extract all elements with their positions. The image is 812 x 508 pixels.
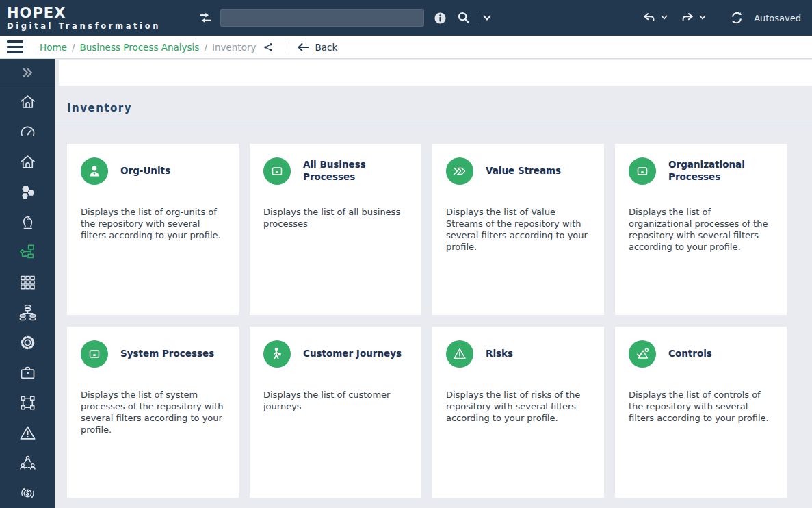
card-org-units[interactable]: Org-Units Displays the list of org-units… bbox=[67, 144, 239, 315]
hexagons-icon bbox=[18, 183, 37, 201]
sidebar-item-currency-sync[interactable] bbox=[0, 478, 55, 508]
breadcrumb-home-link[interactable]: Home bbox=[40, 42, 67, 53]
transfer-icon[interactable] bbox=[197, 10, 213, 26]
header-divider bbox=[477, 12, 477, 24]
people-network-icon bbox=[18, 454, 37, 472]
content-toolbar-band bbox=[59, 60, 812, 86]
customer-journey-person-icon bbox=[263, 340, 291, 368]
card-header: System Processes bbox=[81, 340, 225, 368]
back-button-label: Back bbox=[315, 42, 337, 53]
card-customer-journeys[interactable]: Customer Journeys Displays the list of c… bbox=[250, 327, 421, 498]
breadcrumb-current: Inventory bbox=[212, 42, 256, 53]
process-flowchart-icon bbox=[18, 243, 37, 262]
sidebar-expand-chevrons-icon[interactable] bbox=[0, 59, 55, 86]
main-content: Inventory Org-Units Displays the list of… bbox=[55, 59, 812, 508]
card-description: Displays the list of controls of the rep… bbox=[629, 390, 773, 424]
card-organizational-processes[interactable]: Organizational Processes Displays the li… bbox=[615, 144, 787, 315]
card-title: Risks bbox=[486, 348, 513, 360]
info-icon[interactable] bbox=[434, 12, 447, 25]
card-title: Customer Journeys bbox=[303, 348, 402, 360]
risk-triangle-icon bbox=[446, 340, 473, 368]
currency-sync-icon bbox=[18, 484, 37, 503]
redo-icon[interactable] bbox=[680, 11, 695, 25]
card-description: Displays the list of system processes of… bbox=[81, 390, 225, 436]
card-header: Risks bbox=[446, 340, 590, 368]
card-all-business-processes[interactable]: All Business Processes Displays the list… bbox=[250, 144, 421, 315]
home-icon bbox=[18, 153, 37, 171]
hopex-logo: HOPEX Digital Transformation bbox=[7, 5, 197, 30]
sidebar-item-settings[interactable] bbox=[0, 327, 55, 357]
process-screen-icon bbox=[263, 157, 291, 185]
undo-icon[interactable] bbox=[642, 11, 657, 25]
apps-grid-icon bbox=[18, 273, 37, 292]
sidebar-item-hexagons[interactable] bbox=[0, 177, 55, 207]
sidebar-item-home-alt[interactable] bbox=[0, 147, 55, 177]
sidebar-item-portfolio[interactable] bbox=[0, 357, 55, 388]
card-system-processes[interactable]: System Processes Displays the list of sy… bbox=[67, 327, 239, 498]
sync-icon[interactable] bbox=[729, 10, 744, 25]
dashboard-gauge-icon bbox=[18, 123, 37, 141]
search-input[interactable] bbox=[220, 9, 424, 27]
sidebar-item-apps[interactable] bbox=[0, 267, 55, 297]
card-header: Org-Units bbox=[81, 157, 225, 185]
sidebar-item-dashboard[interactable] bbox=[0, 116, 55, 147]
data-hierarchy-icon bbox=[18, 303, 37, 322]
process-screen-icon bbox=[629, 157, 656, 185]
breadcrumb-divider bbox=[285, 41, 285, 53]
value-stream-arrow-icon bbox=[446, 157, 473, 185]
breadcrumb-bar: Home / Business Process Analysis / Inven… bbox=[0, 36, 812, 59]
undo-options-chevron-icon[interactable] bbox=[661, 15, 668, 21]
sidebar bbox=[0, 59, 55, 508]
card-header: Value Streams bbox=[446, 157, 590, 185]
home-icon bbox=[18, 92, 37, 111]
app-header: HOPEX Digital Transformation bbox=[0, 0, 812, 36]
briefcase-icon bbox=[18, 364, 37, 382]
card-description: Displays the list of Value Streams of th… bbox=[446, 207, 590, 253]
sidebar-item-risks[interactable] bbox=[0, 418, 55, 448]
card-title: All Business Processes bbox=[303, 159, 408, 183]
card-description: Displays the list of organizational proc… bbox=[629, 207, 773, 253]
diagram-selection-icon bbox=[18, 394, 37, 412]
card-header: Customer Journeys bbox=[263, 340, 408, 368]
card-description: Displays the list of customer journeys bbox=[263, 390, 408, 413]
card-header: Controls bbox=[629, 340, 773, 368]
breadcrumb: Home / Business Process Analysis / Inven… bbox=[40, 41, 337, 53]
card-title: Organizational Processes bbox=[668, 159, 773, 183]
sidebar-item-home[interactable] bbox=[0, 86, 55, 116]
search-icon[interactable] bbox=[456, 10, 471, 25]
redo-options-chevron-icon[interactable] bbox=[699, 15, 706, 21]
hopex-screen: HOPEX Digital Transformation bbox=[0, 0, 812, 508]
back-arrow-icon bbox=[297, 42, 309, 52]
controls-check-triangle-icon bbox=[629, 340, 656, 368]
inventory-card-grid: Org-Units Displays the list of org-units… bbox=[67, 144, 800, 498]
sidebar-item-process-flowchart[interactable] bbox=[0, 237, 55, 267]
card-value-streams[interactable]: Value Streams Displays the list of Value… bbox=[432, 144, 604, 315]
sidebar-item-strategy[interactable] bbox=[0, 207, 55, 237]
header-right-group: Autosaved bbox=[642, 10, 801, 25]
title-divider bbox=[55, 123, 812, 123]
autosaved-status: Autosaved bbox=[754, 13, 801, 23]
share-icon[interactable] bbox=[263, 42, 273, 52]
sidebar-item-data-architecture[interactable] bbox=[0, 297, 55, 327]
card-header: Organizational Processes bbox=[629, 157, 773, 185]
sidebar-item-org-collaboration[interactable] bbox=[0, 448, 55, 478]
card-title: System Processes bbox=[120, 348, 214, 360]
warning-triangle-icon bbox=[18, 424, 37, 442]
card-title: Value Streams bbox=[486, 165, 561, 177]
breadcrumb-separator: / bbox=[72, 42, 75, 53]
card-risks[interactable]: Risks Displays the list of risks of the … bbox=[432, 327, 604, 498]
card-title: Org-Units bbox=[120, 165, 170, 177]
card-title: Controls bbox=[668, 348, 712, 360]
back-button[interactable]: Back bbox=[297, 42, 337, 53]
chevron-down-icon[interactable] bbox=[483, 15, 491, 21]
breadcrumb-section-link[interactable]: Business Process Analysis bbox=[79, 42, 199, 53]
gear-icon bbox=[18, 333, 37, 352]
org-unit-person-icon bbox=[81, 157, 108, 185]
menu-hamburger-icon[interactable] bbox=[7, 40, 23, 53]
card-description: Displays the list of all business proces… bbox=[263, 207, 408, 230]
card-description: Displays the list of risks of the reposi… bbox=[446, 390, 590, 424]
card-header: All Business Processes bbox=[263, 157, 408, 185]
card-controls[interactable]: Controls Displays the list of controls o… bbox=[615, 327, 787, 498]
card-description: Displays the list of org-units of the re… bbox=[81, 207, 225, 242]
sidebar-item-diagram[interactable] bbox=[0, 388, 55, 418]
